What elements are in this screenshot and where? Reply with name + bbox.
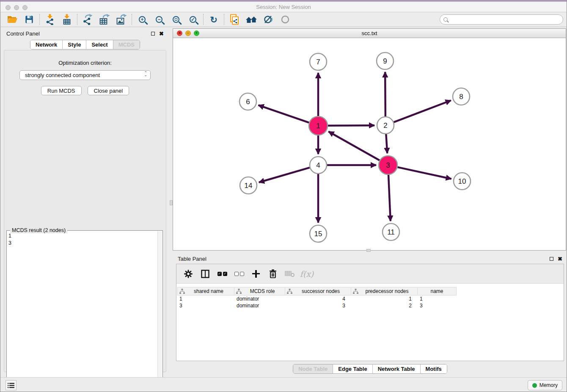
tab-network-table[interactable]: Network Table: [373, 364, 421, 373]
table-cell[interactable]: 1: [177, 296, 234, 302]
table-cell[interactable]: dominator: [234, 296, 285, 302]
graph-node-8[interactable]: 8: [453, 88, 470, 105]
search-field[interactable]: [440, 14, 563, 25]
graph-edge-2-9[interactable]: [385, 72, 385, 116]
graph-edge-1-2[interactable]: [328, 125, 374, 126]
graph-node-10[interactable]: 10: [454, 173, 471, 190]
graph-node-7[interactable]: 7: [310, 53, 327, 70]
tab-select[interactable]: Select: [86, 40, 113, 49]
table-cell[interactable]: 4: [285, 296, 351, 302]
zoom-window-button[interactable]: [22, 5, 28, 10]
float-table-panel-icon[interactable]: [550, 257, 553, 261]
memory-button[interactable]: Memory: [528, 380, 562, 390]
save-session-icon[interactable]: [21, 13, 38, 26]
import-network-icon[interactable]: [41, 13, 58, 26]
export-table-icon[interactable]: [96, 13, 113, 26]
network-window-titlebar[interactable]: ✕ − + scc.txt: [173, 29, 566, 38]
column-header-label: name: [419, 288, 454, 294]
network-view-window: ✕ − + scc.txt 7968124314101511: [173, 28, 566, 251]
graph-edge-3-10[interactable]: [397, 167, 451, 179]
graph-node-11[interactable]: 11: [383, 224, 399, 240]
app-titlebar: Session: New Session: [0, 2, 567, 12]
network-canvas[interactable]: 7968124314101511: [173, 38, 566, 250]
close-panel-button[interactable]: Close panel: [88, 86, 129, 95]
graph-node-14[interactable]: 14: [240, 177, 257, 194]
svg-text:10: 10: [458, 177, 466, 185]
table-cell[interactable]: 2: [351, 303, 418, 309]
search-input[interactable]: [450, 16, 559, 23]
table-row[interactable]: 3dominator323: [177, 302, 563, 309]
result-scrollbar[interactable]: [157, 231, 162, 387]
column-header[interactable]: successor nodes: [285, 287, 351, 295]
tab-mcds[interactable]: MCDS: [113, 40, 140, 49]
minimize-window-button[interactable]: [14, 5, 19, 10]
import-table-icon[interactable]: [58, 13, 75, 26]
select-stepper-icon: ⌃⌄: [144, 72, 147, 76]
clone-network-icon[interactable]: [226, 13, 243, 26]
task-history-button[interactable]: [6, 380, 17, 390]
graph-node-3[interactable]: 3: [379, 156, 397, 174]
tab-edge-table[interactable]: Edge Table: [333, 364, 372, 373]
graphics-details-icon[interactable]: [260, 13, 277, 26]
table-options-icon[interactable]: [181, 266, 196, 282]
destroy-table-icon[interactable]: [282, 266, 297, 282]
optimization-criterion-value: strongly connected component: [25, 72, 100, 78]
table-cell[interactable]: dominator: [234, 303, 285, 309]
network-maximize-icon[interactable]: +: [194, 30, 199, 36]
optimization-criterion-select[interactable]: strongly connected component ⌃⌄: [19, 70, 151, 80]
graph-node-9[interactable]: 9: [377, 52, 394, 69]
zoom-selected-icon[interactable]: ✓: [184, 13, 201, 26]
select-all-icon[interactable]: ✓✓: [215, 266, 230, 282]
network-close-icon[interactable]: ✕: [177, 30, 182, 36]
graph-node-1[interactable]: 1: [309, 116, 328, 135]
tree-icon: [179, 289, 185, 294]
table-cell[interactable]: 1: [418, 296, 457, 302]
deselect-all-icon[interactable]: [231, 266, 247, 282]
graph-node-2[interactable]: 2: [377, 117, 394, 134]
graph-edge-1-6[interactable]: [259, 105, 309, 122]
home-icon[interactable]: [243, 13, 260, 26]
close-panel-icon[interactable]: ✖: [159, 31, 164, 36]
tab-style[interactable]: Style: [63, 40, 86, 49]
table-cell[interactable]: 3: [285, 303, 351, 309]
tab-motifs[interactable]: Motifs: [421, 364, 447, 373]
column-header[interactable]: shared name: [177, 287, 234, 295]
graph-edge-2-3[interactable]: [386, 134, 387, 153]
function-builder-icon[interactable]: f(x): [299, 266, 314, 282]
export-network-icon[interactable]: [79, 13, 96, 26]
graph-edge-2-8[interactable]: [394, 100, 451, 122]
zoom-out-icon[interactable]: −: [151, 13, 168, 26]
toolbar-separator: [77, 14, 77, 25]
table-row[interactable]: 1dominator411: [177, 295, 563, 302]
table-cell[interactable]: 3: [177, 303, 234, 309]
close-table-panel-icon[interactable]: ✖: [558, 256, 562, 262]
horizontal-splitter-handle[interactable]: [366, 249, 371, 252]
table-cell[interactable]: 3: [418, 303, 457, 309]
open-session-icon[interactable]: [4, 13, 21, 26]
add-column-icon[interactable]: [248, 266, 264, 282]
float-panel-icon[interactable]: [151, 32, 155, 36]
zoom-fit-icon[interactable]: [168, 13, 184, 26]
close-window-button[interactable]: [6, 5, 11, 10]
graph-edge-4-14[interactable]: [259, 168, 310, 182]
graph-edge-3-1[interactable]: [328, 132, 380, 160]
network-minimize-icon[interactable]: −: [185, 30, 191, 36]
column-visibility-icon[interactable]: [198, 266, 213, 282]
export-image-icon[interactable]: [113, 13, 130, 26]
column-header[interactable]: name: [418, 287, 457, 295]
table-cell[interactable]: 1: [351, 296, 418, 302]
column-header[interactable]: MCDS role: [234, 287, 285, 295]
zoom-in-icon[interactable]: +: [134, 13, 151, 26]
graph-edge-3-11[interactable]: [388, 175, 391, 221]
graph-node-15[interactable]: 15: [310, 225, 327, 242]
tab-network[interactable]: Network: [30, 40, 63, 49]
refresh-layout-icon[interactable]: ↻: [205, 13, 222, 26]
vertical-splitter-handle[interactable]: [170, 200, 173, 205]
tab-node-table[interactable]: Node Table: [293, 364, 333, 373]
graph-node-6[interactable]: 6: [239, 93, 256, 110]
birds-eye-view-icon[interactable]: [277, 13, 294, 26]
column-header[interactable]: predecessor nodes: [351, 287, 418, 295]
graph-node-4[interactable]: 4: [310, 157, 327, 174]
delete-column-icon[interactable]: [265, 266, 281, 282]
run-mcds-button[interactable]: Run MCDS: [41, 86, 82, 95]
